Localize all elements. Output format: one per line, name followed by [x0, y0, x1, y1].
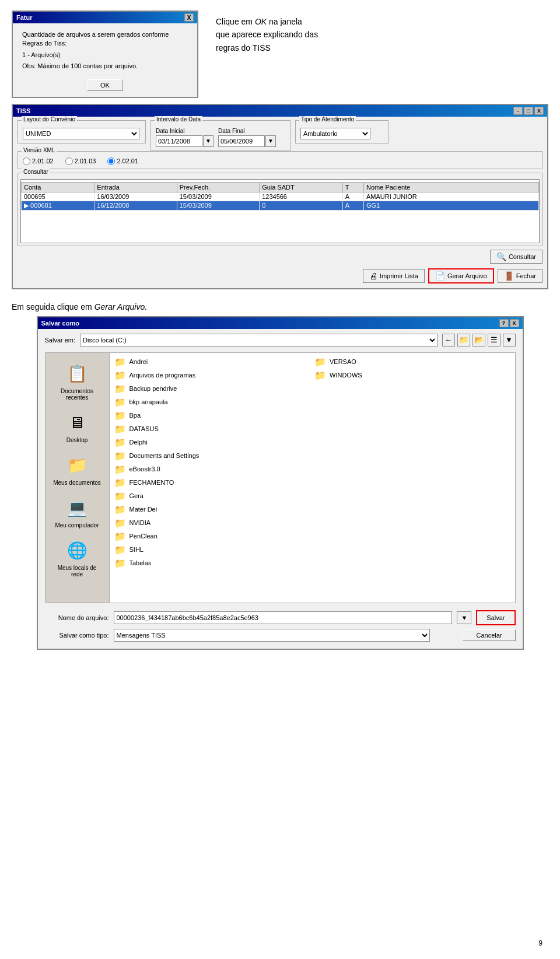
folder-icon: 📁 [114, 370, 126, 381]
col-prevfech: Prev.Fech. [177, 182, 259, 192]
date-inicial-label: Data Inicial [156, 128, 214, 134]
list-item[interactable]: 📁Mater Dei [112, 503, 313, 516]
folder-icon: 📁 [114, 383, 126, 394]
list-item[interactable]: 📁Arquivos de programas [112, 369, 313, 382]
sidebar-item-meus-documentos[interactable]: 📁 Meus documentos [51, 450, 103, 489]
date-final-picker[interactable]: ▼ [265, 135, 276, 147]
folder-icon: 📁 [314, 370, 326, 381]
tiss-close-button[interactable]: X [534, 107, 544, 115]
date-final-input[interactable] [218, 135, 265, 147]
list-item[interactable]: 📁eBoostr3.0 [112, 463, 313, 476]
list-item[interactable]: 📁Andrei [112, 355, 313, 369]
salvar-main-area: 📋 Documentos recentes 🖥 Desktop 📁 Meus d… [45, 352, 516, 603]
folder-icon: 📁 [114, 356, 126, 368]
list-item[interactable]: 📁PenClean [112, 530, 313, 543]
salvar-location-select[interactable]: Disco local (C:) [80, 334, 437, 346]
salvar-close-button[interactable]: X [510, 319, 519, 327]
versao-radio-1[interactable]: 2.01.02 [23, 158, 54, 165]
folder-icon: 📁 [114, 477, 126, 488]
middle-prefix: Em seguida clique em [12, 302, 94, 312]
fatur-msg-line3: Obs: Máximo de 100 contas por arquivo. [22, 62, 188, 71]
list-item[interactable]: 📁Bpa [112, 409, 313, 422]
top-right-line3: que aparece explicando das [216, 30, 318, 39]
col-guia: Guia SADT [260, 182, 343, 192]
sidebar-label-meus-documentos: Meus documentos [53, 480, 101, 486]
folder-icon: 📁 [114, 544, 126, 555]
consultar-table: Conta Entrada Prev.Fech. Guia SADT T Nom… [21, 182, 539, 211]
salvar-title: Salvar como [41, 320, 79, 327]
col-conta: Conta [22, 182, 94, 192]
gerar-arquivo-button[interactable]: 📄 Gerar Arquivo [428, 268, 494, 284]
layout-select[interactable]: UNIMED [23, 128, 139, 139]
date-inicial-picker[interactable]: ▼ [203, 135, 214, 147]
list-item[interactable]: 📁Gera [112, 489, 313, 503]
print-icon: 🖨 [369, 271, 377, 281]
table-row[interactable]: ▶ 000681 16/12/2008 15/03/2009 0 A GG1 [22, 201, 539, 210]
sidebar-item-meu-computador[interactable]: 💻 Meu computador [51, 493, 103, 532]
view-toggle-button[interactable]: ▼ [503, 334, 516, 346]
layout-fieldset: Layout do Convênio UNIMED [18, 120, 146, 144]
list-item[interactable]: 📁NVIDIA [112, 516, 313, 530]
col-nome: Nome Paciente [364, 182, 539, 192]
folder-icon: 📁 [114, 558, 126, 569]
middle-text: Em seguida clique em Gerar Arquivo. [0, 295, 560, 316]
tiss-titlebar: TISS - □ X [13, 105, 547, 117]
folder-icon: 📁 [114, 491, 126, 502]
cancelar-button[interactable]: Cancelar [463, 629, 515, 641]
imprimir-lista-button[interactable]: 🖨 Imprimir Lista [363, 269, 425, 283]
date-inicial-input[interactable] [156, 135, 202, 147]
list-item[interactable]: 📁DATASUS [112, 422, 313, 436]
nome-arquivo-dropdown[interactable]: ▼ [457, 611, 471, 624]
tiss-minimize-button[interactable]: - [513, 107, 523, 115]
salvar-button[interactable]: Salvar [476, 610, 515, 625]
sidebar-item-documentos-recentes[interactable]: 📋 Documentos recentes [51, 359, 103, 404]
tiss-maximize-button[interactable]: □ [524, 107, 533, 115]
tipo-select[interactable]: Ambulatorio [300, 128, 370, 139]
top-right-line4: regras do TISS [216, 43, 271, 52]
gerar-arquivo-label: Gerar Arquivo [447, 272, 487, 279]
list-item[interactable]: 📁Backup pendrive [112, 382, 313, 396]
salvar-tipo-label: Salvar como tipo: [45, 632, 109, 639]
folder-icon: 📁 [314, 356, 326, 368]
list-item[interactable]: 📁Delphi [112, 436, 313, 449]
sidebar-item-desktop[interactable]: 🖥 Desktop [51, 408, 103, 447]
tiss-window: TISS - □ X Layout do Convênio UNIMED [12, 104, 548, 289]
list-item[interactable]: 📁bkp anapaula [112, 396, 313, 409]
meus-locais-icon: 🌐 [65, 539, 89, 562]
close-door-icon: 🚪 [504, 271, 514, 281]
versao-radio-2[interactable]: 2.01.03 [65, 158, 96, 165]
consultar-button[interactable]: 🔍 Consultar [490, 250, 542, 264]
list-item[interactable]: 📁Documents and Settings [112, 449, 313, 463]
list-item[interactable]: 📁WINDOWS [312, 369, 513, 382]
nome-arquivo-input[interactable] [114, 611, 453, 624]
salvar-help-button[interactable]: ? [499, 319, 509, 327]
list-item[interactable]: 📁FECHAMENTO [112, 476, 313, 489]
desktop-icon: 🖥 [65, 411, 89, 435]
versao-radio-3[interactable]: 2.02.01 [107, 158, 138, 165]
versao-fieldset: Versão XML 2.01.02 2.01.03 2.02.01 [18, 151, 542, 169]
list-item[interactable]: 📁SIHL [112, 543, 313, 556]
tipo-fieldset: Tipo de Atendimento Ambulatorio [295, 120, 388, 144]
meu-computador-icon: 💻 [65, 496, 89, 520]
nav-back-button[interactable]: ← [442, 334, 455, 346]
table-row[interactable]: 000695 16/03/2009 15/03/2009 1234566 A A… [22, 192, 539, 201]
consultar-label: Consultar [509, 253, 536, 260]
sidebar-label-meu-computador: Meu computador [55, 522, 99, 528]
salvar-tipo-select[interactable]: Mensagens TISS [114, 629, 430, 642]
fechar-button[interactable]: 🚪 Fechar [498, 269, 542, 283]
view-menu-button[interactable]: ☰ [488, 334, 501, 346]
fatur-close-button[interactable]: X [184, 13, 194, 22]
new-folder-button[interactable]: 📂 [473, 334, 485, 346]
dates-fieldset: Intervalo de Data Data Inicial ▼ Data Fi… [150, 120, 290, 151]
salvar-files-area[interactable]: 📁Andrei 📁Arquivos de programas 📁Backup p… [110, 353, 515, 603]
consultar-table-container[interactable]: Conta Entrada Prev.Fech. Guia SADT T Nom… [20, 179, 540, 243]
list-item[interactable]: 📁VERSAO [312, 355, 513, 369]
fatur-body: Quantidade de arquivos a serem gerados c… [13, 23, 197, 97]
fatur-title: Fatur [16, 14, 33, 21]
sidebar-item-meus-locais[interactable]: 🌐 Meus locais de rede [51, 536, 103, 581]
list-item[interactable]: 📁Tabelas [112, 556, 313, 570]
folder-icon: 📁 [114, 437, 126, 448]
top-right-suffix: na janela [267, 17, 302, 26]
nav-up-button[interactable]: 📁 [457, 334, 470, 346]
fatur-ok-button[interactable]: OK [87, 79, 123, 91]
